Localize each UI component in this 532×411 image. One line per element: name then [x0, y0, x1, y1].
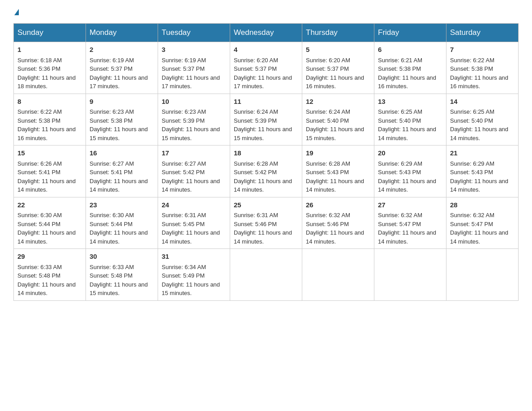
daylight-label: Daylight: 11 hours and 15 minutes.: [234, 126, 292, 141]
sunrise-label: Sunrise: 6:25 AM: [378, 108, 422, 115]
sunset-label: Sunset: 5:43 PM: [378, 169, 421, 176]
calendar-cell: 15 Sunrise: 6:26 AM Sunset: 5:41 PM Dayl…: [14, 146, 86, 197]
day-number: 28: [450, 200, 515, 210]
day-number: 17: [162, 148, 226, 158]
logo: [13, 9, 20, 15]
daylight-label: Daylight: 11 hours and 18 minutes.: [17, 74, 76, 90]
calendar-cell: 2 Sunrise: 6:19 AM Sunset: 5:37 PM Dayli…: [86, 42, 158, 94]
day-number: 22: [17, 200, 82, 210]
calendar-header-saturday: Saturday: [446, 24, 519, 42]
sunset-label: Sunset: 5:39 PM: [162, 117, 205, 124]
sunset-label: Sunset: 5:47 PM: [450, 221, 493, 227]
day-number: 4: [234, 45, 298, 55]
sunset-label: Sunset: 5:41 PM: [90, 169, 133, 176]
daylight-label: Daylight: 11 hours and 17 minutes.: [162, 74, 220, 90]
day-number: 31: [162, 252, 226, 262]
day-number: 3: [162, 45, 226, 55]
sunrise-label: Sunrise: 6:18 AM: [17, 57, 62, 64]
sunrise-label: Sunrise: 6:31 AM: [162, 212, 206, 218]
daylight-label: Daylight: 11 hours and 16 minutes.: [17, 126, 76, 141]
calendar-cell: [230, 249, 302, 301]
sunrise-label: Sunrise: 6:32 AM: [450, 212, 494, 218]
day-number: 5: [306, 45, 370, 55]
calendar-cell: 3 Sunrise: 6:19 AM Sunset: 5:37 PM Dayli…: [158, 42, 230, 94]
sunrise-label: Sunrise: 6:23 AM: [162, 108, 206, 115]
sunset-label: Sunset: 5:49 PM: [162, 272, 205, 279]
day-number: 8: [17, 97, 82, 107]
sunrise-label: Sunrise: 6:28 AM: [306, 160, 350, 167]
calendar-cell: [374, 249, 446, 301]
sunrise-label: Sunrise: 6:20 AM: [234, 57, 278, 64]
day-number: 7: [450, 45, 515, 55]
calendar-cell: 13 Sunrise: 6:25 AM Sunset: 5:40 PM Dayl…: [374, 94, 446, 146]
sunrise-label: Sunrise: 6:20 AM: [306, 57, 350, 64]
daylight-label: Daylight: 11 hours and 14 minutes.: [450, 178, 508, 193]
calendar-cell: [302, 249, 374, 301]
day-number: 16: [90, 148, 154, 158]
calendar-cell: 20 Sunrise: 6:29 AM Sunset: 5:43 PM Dayl…: [374, 146, 446, 197]
daylight-label: Daylight: 11 hours and 14 minutes.: [450, 229, 508, 245]
sunrise-label: Sunrise: 6:19 AM: [90, 57, 134, 64]
page-header: [13, 9, 519, 15]
sunrise-label: Sunrise: 6:22 AM: [450, 57, 494, 64]
sunset-label: Sunset: 5:39 PM: [234, 117, 277, 124]
calendar-header-wednesday: Wednesday: [230, 24, 302, 42]
daylight-label: Daylight: 11 hours and 14 minutes.: [162, 229, 220, 245]
day-number: 18: [234, 148, 298, 158]
calendar-cell: 23 Sunrise: 6:30 AM Sunset: 5:44 PM Dayl…: [86, 197, 158, 249]
calendar-cell: [446, 249, 519, 301]
daylight-label: Daylight: 11 hours and 14 minutes.: [378, 178, 436, 193]
day-number: 21: [450, 148, 515, 158]
sunrise-label: Sunrise: 6:30 AM: [90, 212, 134, 218]
sunset-label: Sunset: 5:44 PM: [90, 221, 133, 227]
daylight-label: Daylight: 11 hours and 14 minutes.: [378, 229, 436, 245]
sunset-label: Sunset: 5:40 PM: [450, 117, 493, 124]
daylight-label: Daylight: 11 hours and 16 minutes.: [306, 74, 364, 90]
sunset-label: Sunset: 5:48 PM: [90, 272, 133, 279]
sunset-label: Sunset: 5:40 PM: [306, 117, 349, 124]
daylight-label: Daylight: 11 hours and 14 minutes.: [378, 126, 436, 141]
calendar-cell: 12 Sunrise: 6:24 AM Sunset: 5:40 PM Dayl…: [302, 94, 374, 146]
sunrise-label: Sunrise: 6:19 AM: [162, 57, 206, 64]
daylight-label: Daylight: 11 hours and 15 minutes.: [306, 126, 364, 141]
calendar-cell: 19 Sunrise: 6:28 AM Sunset: 5:43 PM Dayl…: [302, 146, 374, 197]
sunset-label: Sunset: 5:37 PM: [234, 65, 277, 72]
day-number: 2: [90, 45, 154, 55]
calendar-cell: 30 Sunrise: 6:33 AM Sunset: 5:48 PM Dayl…: [86, 249, 158, 301]
day-number: 25: [234, 200, 298, 210]
sunrise-label: Sunrise: 6:29 AM: [378, 160, 422, 167]
day-number: 23: [90, 200, 154, 210]
calendar-cell: 11 Sunrise: 6:24 AM Sunset: 5:39 PM Dayl…: [230, 94, 302, 146]
day-number: 14: [450, 97, 515, 107]
sunrise-label: Sunrise: 6:21 AM: [378, 57, 422, 64]
calendar-cell: 4 Sunrise: 6:20 AM Sunset: 5:37 PM Dayli…: [230, 42, 302, 94]
daylight-label: Daylight: 11 hours and 15 minutes.: [90, 281, 148, 297]
day-number: 10: [162, 97, 226, 107]
sunrise-label: Sunrise: 6:34 AM: [162, 264, 206, 270]
daylight-label: Daylight: 11 hours and 14 minutes.: [17, 281, 76, 297]
daylight-label: Daylight: 11 hours and 15 minutes.: [162, 281, 220, 297]
calendar-cell: 18 Sunrise: 6:28 AM Sunset: 5:42 PM Dayl…: [230, 146, 302, 197]
sunrise-label: Sunrise: 6:24 AM: [306, 108, 350, 115]
sunrise-label: Sunrise: 6:31 AM: [234, 212, 278, 218]
logo-text: [13, 9, 20, 15]
sunrise-label: Sunrise: 6:32 AM: [378, 212, 422, 218]
day-number: 13: [378, 97, 442, 107]
daylight-label: Daylight: 11 hours and 17 minutes.: [90, 74, 148, 90]
calendar-cell: 28 Sunrise: 6:32 AM Sunset: 5:47 PM Dayl…: [446, 197, 519, 249]
daylight-label: Daylight: 11 hours and 14 minutes.: [162, 178, 220, 193]
day-number: 26: [306, 200, 370, 210]
daylight-label: Daylight: 11 hours and 16 minutes.: [450, 74, 508, 90]
sunset-label: Sunset: 5:42 PM: [234, 169, 277, 176]
sunset-label: Sunset: 5:38 PM: [378, 65, 421, 72]
calendar-cell: 14 Sunrise: 6:25 AM Sunset: 5:40 PM Dayl…: [446, 94, 519, 146]
day-number: 11: [234, 97, 298, 107]
sunset-label: Sunset: 5:41 PM: [17, 169, 60, 176]
day-number: 30: [90, 252, 154, 262]
sunset-label: Sunset: 5:37 PM: [306, 65, 349, 72]
calendar-cell: 25 Sunrise: 6:31 AM Sunset: 5:46 PM Dayl…: [230, 197, 302, 249]
day-number: 15: [17, 148, 82, 158]
daylight-label: Daylight: 11 hours and 15 minutes.: [90, 126, 148, 141]
calendar-header-sunday: Sunday: [14, 24, 86, 42]
sunrise-label: Sunrise: 6:32 AM: [306, 212, 350, 218]
